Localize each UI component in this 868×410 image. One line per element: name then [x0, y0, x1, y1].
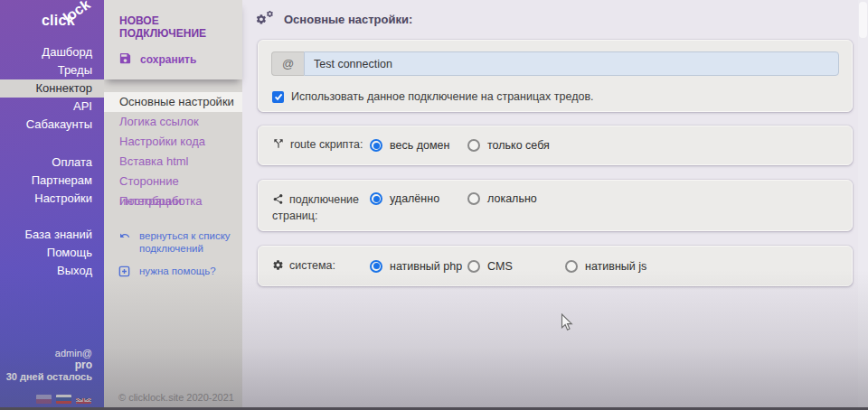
connection-name-input[interactable]	[304, 51, 839, 76]
at-icon: @	[271, 51, 304, 76]
menu-item-code-settings[interactable]: Настройки кода	[104, 132, 242, 152]
radio-unselected-icon	[467, 139, 480, 152]
sidebar-item-subaccounts[interactable]: Сабакаунты	[0, 116, 104, 134]
radio-whole-domain[interactable]: весь домен	[370, 139, 467, 152]
connection-name-card: @ Использовать данное подключение на стр…	[258, 40, 853, 112]
system-gear-icon	[272, 259, 284, 275]
flag-poland-icon[interactable]	[36, 395, 52, 404]
sidebar-item-settings[interactable]: Настройки	[0, 190, 104, 208]
route-icon	[272, 137, 285, 154]
radio-cms[interactable]: CMS	[467, 260, 565, 273]
sidebar-nav-tertiary: База знаний Помощь Выход	[0, 226, 104, 280]
menu-item-basic-settings[interactable]: Основные настройки	[104, 92, 242, 112]
script-route-label: route скрипта:	[272, 137, 370, 154]
use-on-thread-pages-checkbox[interactable]: Использовать данное подключение на стран…	[272, 90, 594, 103]
menu-item-html-insert[interactable]: Вставка html	[104, 152, 242, 172]
page-title: Основные настройки:	[284, 13, 412, 26]
radio-selected-icon	[370, 192, 382, 205]
panel-links: вернуться к списку подключений нужна пом…	[104, 229, 242, 280]
back-to-list-label: вернуться к списку подключений	[139, 229, 231, 255]
connection-settings-menu: Основные настройки Логика ссылок Настрой…	[104, 79, 242, 211]
sidebar-nav-secondary: Оплата Партнерам Настройки	[0, 154, 104, 208]
sidebar-item-logout[interactable]: Выход	[0, 262, 104, 280]
script-route-card: route скрипта: весь домен только себя	[258, 126, 853, 165]
sidebar-item-partners[interactable]: Партнерам	[0, 172, 104, 190]
sidebar-item-help[interactable]: Помощь	[0, 244, 104, 262]
back-to-list-link[interactable]: вернуться к списку подключений	[118, 229, 242, 255]
save-button[interactable]: сохранить	[118, 51, 242, 68]
sidebar-nav-primary: Дашборд Треды Коннектор API Сабакаунты	[0, 43, 104, 134]
system-label: система:	[272, 258, 370, 275]
sidebar-item-knowledge-base[interactable]: База знаний	[0, 226, 104, 244]
page-connection-label: подключение страниц:	[272, 192, 370, 223]
sidebar-item-connector[interactable]: Коннектор	[0, 79, 104, 98]
share-icon	[272, 193, 284, 209]
sidebar: click lock Дашборд Треды Коннектор API С…	[0, 0, 104, 410]
undo-arrow-icon	[118, 229, 132, 255]
help-link-label: нужна помощь?	[139, 265, 216, 280]
radio-unselected-icon	[565, 260, 578, 273]
system-card: система: нативный php CMS нативный js	[258, 246, 853, 286]
main-header: Основные настройки:	[242, 0, 868, 28]
checkbox-label: Использовать данное подключение на стран…	[291, 90, 594, 103]
menu-item-postprocessing[interactable]: Постобработка	[104, 191, 242, 211]
sidebar-item-api[interactable]: API	[0, 98, 104, 116]
scrollbar[interactable]	[858, 0, 868, 410]
flag-russia-icon[interactable]	[56, 395, 71, 404]
box-plus-icon	[118, 265, 132, 280]
panel-title: НОВОЕ ПОДКЛЮЧЕНИЕ	[104, 0, 242, 40]
page-connection-card: подключение страниц: удалённо локально	[258, 180, 853, 231]
save-icon	[118, 51, 132, 68]
clicklock-logo[interactable]: click lock	[0, 0, 104, 40]
radio-remote[interactable]: удалённо	[370, 192, 467, 205]
connection-name-input-group: @	[271, 51, 839, 76]
menu-item-integrations[interactable]: Сторонние интеграции	[104, 172, 242, 191]
flag-uk-icon[interactable]	[76, 395, 91, 404]
account-info: admin@ pro 30 дней осталось	[6, 348, 92, 383]
sidebar-item-payment[interactable]: Оплата	[0, 154, 104, 172]
menu-item-link-logic[interactable]: Логика ссылок	[104, 112, 242, 132]
radio-native-php[interactable]: нативный php	[370, 260, 467, 273]
copyright: © clicklock.site 2020-2021	[118, 392, 234, 403]
sidebar-item-dashboard[interactable]: Дашборд	[0, 43, 104, 61]
connection-panel: НОВОЕ ПОДКЛЮЧЕНИЕ сохранить Основные нас…	[104, 0, 242, 410]
radio-selected-icon	[370, 139, 382, 152]
radio-selected-icon	[370, 260, 382, 273]
radio-only-self[interactable]: только себя	[467, 139, 550, 152]
settings-gears-icon	[255, 10, 277, 28]
scrollbar-thumb[interactable]	[859, 2, 867, 38]
main-content: Основные настройки: @ Использовать данно…	[242, 0, 868, 410]
app-window: click lock Дашборд Треды Коннектор API С…	[0, 0, 868, 410]
help-link[interactable]: нужна помощь?	[118, 265, 242, 280]
radio-unselected-icon	[467, 260, 480, 273]
checkbox-checked-icon	[272, 91, 284, 103]
sidebar-item-threads[interactable]: Треды	[0, 61, 104, 79]
account-days-left: 30 дней осталось	[6, 371, 92, 383]
radio-local[interactable]: локально	[467, 192, 537, 205]
language-switcher	[36, 395, 91, 404]
account-plan: pro	[6, 359, 92, 371]
panel-header: НОВОЕ ПОДКЛЮЧЕНИЕ сохранить	[104, 0, 242, 79]
radio-native-js[interactable]: нативный js	[565, 260, 646, 273]
radio-unselected-icon	[467, 192, 480, 205]
save-button-label: сохранить	[140, 53, 196, 66]
